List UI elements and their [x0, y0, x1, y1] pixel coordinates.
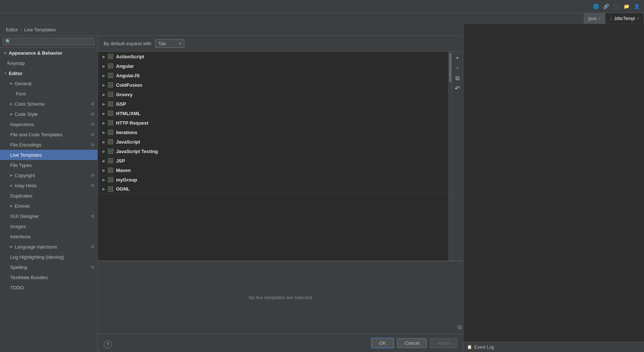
checkbox-ognl[interactable]: ✓ [108, 187, 113, 192]
sidebar-item-live-templates[interactable]: Live Templates [0, 150, 97, 160]
cancel-button[interactable]: Cancel [397, 338, 427, 348]
toolbar-link-icon[interactable]: 🔗 [602, 2, 610, 11]
sidebar-item-label: Code Style [15, 112, 38, 117]
template-label: Groovy [116, 92, 133, 97]
tab-jdbc-close[interactable]: × [637, 16, 639, 20]
toolbar-folder-icon[interactable]: 📁 [622, 2, 631, 11]
sidebar-item-label: Font [16, 91, 26, 97]
template-item-javascript[interactable]: ▶ ✓ JavaScript [98, 137, 448, 146]
expand-chevron-icon: ▶ [101, 149, 107, 154]
sidebar-item-file-encodings[interactable]: File Encodings ⚙ [0, 140, 97, 150]
checkbox-coldfusion[interactable]: ✓ [108, 82, 113, 87]
sidebar-item-emmet[interactable]: ▶ Emmet [0, 201, 97, 211]
sidebar-item-general[interactable]: ▶ General [0, 78, 97, 89]
sidebar-item-duplicates[interactable]: Duplicates [0, 191, 97, 201]
template-item-actionscript[interactable]: ▶ ✓ ActionScript [98, 52, 448, 61]
checkbox-groovy[interactable]: ✓ [108, 92, 113, 97]
template-item-iterations[interactable]: ▶ ✓ iterations [98, 128, 448, 137]
tab-jdbc[interactable]: J JdbcTempl × [605, 13, 644, 24]
event-log-bar[interactable]: 📋 Event Log [463, 342, 644, 352]
gear-icon-bottom-right[interactable]: ⚙ [457, 324, 462, 331]
toolbar-stop-icon[interactable]: ⬛ [612, 2, 621, 11]
template-label: AngularJS [116, 73, 140, 78]
chevron-icon: ▼ [3, 71, 8, 76]
sidebar-item-copyright[interactable]: ▶ Copyright ⚙ [0, 170, 97, 180]
breadcrumb-separator: › [20, 27, 22, 32]
sidebar-item-file-types[interactable]: File Types [0, 160, 97, 170]
scrollbar-thumb [449, 53, 451, 82]
sidebar-item-color-scheme[interactable]: ▶ Color Scheme ⚙ [0, 99, 97, 109]
checkbox-maven[interactable]: ✓ [108, 168, 113, 173]
sidebar-item-file-code-templates[interactable]: File and Code Templates ⚙ [0, 129, 97, 140]
sidebar-item-textmate-bundles[interactable]: TextMate Bundles [0, 272, 97, 282]
sidebar-item-inlay-hints[interactable]: ▶ Inlay Hints ⚙ [0, 180, 97, 191]
list-scrollbar[interactable] [448, 52, 451, 261]
toolbar-globe-icon[interactable]: 🌐 [591, 2, 600, 11]
template-item-gsp[interactable]: ▶ ✓ GSP [98, 99, 448, 109]
sidebar-item-code-style[interactable]: ▶ Code Style ⚙ [0, 109, 97, 119]
sidebar-item-intentions[interactable]: Intentions [0, 231, 97, 242]
restore-template-button[interactable]: ↶ [453, 84, 462, 93]
checkbox-angular[interactable]: ✓ [108, 63, 113, 69]
sidebar-item-label: Color Scheme [15, 101, 45, 107]
settings-icon: ⚙ [91, 183, 95, 188]
event-log-label: Event Log [474, 345, 494, 350]
tab-java[interactable]: java × [584, 13, 605, 24]
template-item-mygroup[interactable]: ▶ ✓ myGroup [98, 175, 448, 184]
sidebar-item-label: Inlay Hints [15, 183, 37, 188]
sidebar-item-log-highlighting[interactable]: Log Highlighting (Ideolog) [0, 252, 97, 262]
template-item-coldfusion[interactable]: ▶ ✓ ColdFusion [98, 80, 448, 90]
settings-icon: ⚙ [91, 245, 95, 249]
copy-template-button[interactable]: ⧉ [453, 74, 462, 83]
template-label: ColdFusion [116, 82, 142, 88]
dialog-body: 🔍 ▶ Appearance & Behavior Keymap ▼ [0, 36, 463, 352]
search-input[interactable] [12, 39, 92, 44]
sidebar-item-appearance[interactable]: ▶ Appearance & Behavior [0, 48, 97, 58]
checkbox-http-request[interactable]: ✓ [108, 120, 113, 125]
expand-chevron-icon: ▶ [101, 139, 107, 144]
checkbox-actionscript[interactable]: ✓ [108, 54, 113, 59]
checkbox-iterations[interactable]: ✓ [108, 130, 113, 135]
template-item-jsp[interactable]: ▶ ✓ JSP [98, 156, 448, 165]
tab-java-close[interactable]: × [598, 16, 601, 20]
sidebar-item-editor[interactable]: ▼ Editor [0, 68, 97, 78]
template-item-javascript-testing[interactable]: ▶ ✓ JavaScript Testing [98, 146, 448, 156]
sidebar-item-todo[interactable]: TODO [0, 282, 97, 293]
sidebar-item-spelling[interactable]: Spelling ⚙ [0, 262, 97, 272]
template-label: ActionScript [116, 54, 144, 59]
template-item-ognl[interactable]: ▶ ✓ OGNL [98, 184, 448, 194]
apply-button[interactable]: Apply [430, 338, 457, 348]
sidebar-item-gui-designer[interactable]: GUI Designer ⚙ [0, 211, 97, 221]
expand-select[interactable]: Tab Enter Space [155, 39, 184, 48]
template-item-angular[interactable]: ▶ ✓ Angular [98, 61, 448, 71]
checkbox-javascript-testing[interactable]: ✓ [108, 149, 113, 154]
sidebar-item-font[interactable]: Font [0, 89, 97, 99]
sidebar-item-inspections[interactable]: Inspections ⚙ [0, 119, 97, 129]
sidebar-item-keymap[interactable]: Keymap [0, 58, 97, 68]
toolbar-person-icon[interactable]: 👤 [632, 2, 641, 11]
no-selection-text: No live templates are selected [248, 295, 312, 300]
sidebar-item-language-injections[interactable]: ▶ Language Injections ⚙ [0, 242, 97, 252]
template-item-http-request[interactable]: ▶ ✓ HTTP Request [98, 118, 448, 128]
checkbox-mygroup[interactable]: ✓ [108, 177, 113, 182]
sidebar-item-images[interactable]: Images [0, 221, 97, 231]
chevron-icon: ▶ [9, 183, 14, 188]
template-item-angularjs[interactable]: ▶ ✓ AngularJS [98, 71, 448, 80]
checkbox-gsp[interactable]: ✓ [108, 101, 113, 106]
checkbox-javascript[interactable]: ✓ [108, 139, 113, 144]
checkbox-html-xml[interactable]: ✓ [108, 111, 113, 116]
ok-button[interactable]: OK [371, 338, 394, 348]
remove-template-button[interactable]: − [453, 63, 462, 73]
expand-label: By default expand with [104, 41, 151, 46]
expand-dropdown[interactable]: Tab Enter Space ▼ [155, 39, 184, 48]
checkbox-angularjs[interactable]: ✓ [108, 73, 113, 78]
template-item-html-xml[interactable]: ▶ ✓ HTML/XML [98, 109, 448, 118]
template-item-maven[interactable]: ▶ ✓ Maven [98, 165, 448, 175]
help-button[interactable]: ? [104, 340, 112, 348]
add-template-button[interactable]: + [453, 53, 462, 63]
template-item-groovy[interactable]: ▶ ✓ Groovy [98, 90, 448, 99]
expand-chevron-icon: ▶ [101, 168, 107, 173]
sidebar-item-label: TextMate Bundles [10, 275, 48, 280]
expand-chevron-icon: ▶ [101, 158, 107, 163]
checkbox-jsp[interactable]: ✓ [108, 158, 113, 163]
